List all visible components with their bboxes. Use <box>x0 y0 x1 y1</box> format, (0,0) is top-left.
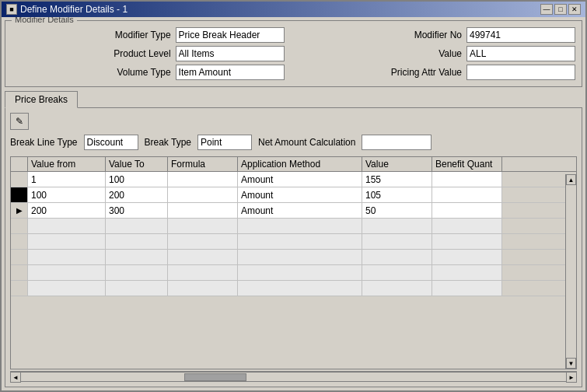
table-row[interactable]: ▶ 200 300 Amount 50 <box>11 203 576 219</box>
col-header-app-method: Application Method <box>238 157 362 171</box>
cell-value-from[interactable]: 200 <box>28 203 106 218</box>
cell-benefit-quant[interactable] <box>432 203 502 218</box>
pricing-attr-input[interactable] <box>466 65 575 80</box>
row-selector <box>11 219 28 233</box>
cell-app-method[interactable]: Amount <box>238 187 362 202</box>
h-scroll-thumb[interactable] <box>184 373 246 381</box>
window-title: Define Modifier Details - 1 <box>20 4 128 15</box>
cell-formula[interactable] <box>168 219 238 233</box>
scroll-left-button[interactable]: ◄ <box>10 372 21 383</box>
cell-value-from[interactable] <box>28 281 106 296</box>
tab-bar: Price Breaks <box>5 90 582 108</box>
cell-value-to[interactable] <box>106 234 168 249</box>
pricing-attr-label: Pricing Attr Value <box>289 67 462 78</box>
row-selector <box>11 281 28 296</box>
cell-benefit-quant[interactable] <box>432 234 502 249</box>
cell-value-to[interactable]: 300 <box>106 203 168 218</box>
cell-value[interactable] <box>362 265 432 280</box>
cell-value-to[interactable] <box>106 219 168 233</box>
cell-formula[interactable] <box>168 187 238 202</box>
cell-benefit-quant[interactable] <box>432 281 502 296</box>
cell-value-to[interactable] <box>106 281 168 296</box>
row-selector <box>11 250 28 264</box>
cell-value-from[interactable] <box>28 219 106 233</box>
cell-app-method[interactable] <box>238 281 362 296</box>
cell-value-from[interactable] <box>28 265 106 280</box>
cell-value[interactable]: 105 <box>362 187 432 202</box>
cell-value[interactable] <box>362 281 432 296</box>
minimize-button[interactable]: — <box>540 4 553 15</box>
col-header-value-to: Value To <box>106 157 168 171</box>
volume-type-input[interactable] <box>176 65 285 80</box>
cell-benefit-quant[interactable] <box>432 265 502 280</box>
vertical-scrollbar[interactable]: ▲ ▼ <box>565 174 576 369</box>
modifier-no-input[interactable] <box>466 27 575 43</box>
tab-price-breaks[interactable]: Price Breaks <box>5 91 78 108</box>
cell-benefit-quant[interactable] <box>432 219 502 233</box>
main-window: ■ Define Modifier Details - 1 — □ ✕ Modi… <box>0 0 587 392</box>
table-row[interactable] <box>11 281 576 296</box>
volume-type-label: Volume Type <box>12 67 171 78</box>
value-label: Value <box>289 48 462 59</box>
break-line-type-label: Break Line Type <box>10 137 78 148</box>
cell-benefit-quant[interactable] <box>432 172 502 187</box>
product-level-input[interactable] <box>176 46 285 61</box>
cell-value[interactable]: 155 <box>362 172 432 187</box>
row-selector <box>11 172 28 187</box>
table-body: 1 100 Amount 155 100 200 Amount 105 ▶ 20… <box>11 172 576 369</box>
cell-value[interactable]: 50 <box>362 203 432 218</box>
cell-app-method[interactable] <box>238 219 362 233</box>
table-row[interactable]: 100 200 Amount 105 <box>11 187 576 203</box>
scroll-up-button[interactable]: ▲ <box>566 174 576 185</box>
table-row[interactable] <box>11 265 576 281</box>
title-bar-left: ■ Define Modifier Details - 1 <box>6 4 128 15</box>
cell-benefit-quant[interactable] <box>432 187 502 202</box>
row-selector: ▶ <box>11 203 28 218</box>
modifier-type-label: Modifier Type <box>12 30 171 40</box>
window-icon: ■ <box>6 4 17 15</box>
cell-app-method[interactable]: Amount <box>238 172 362 187</box>
cell-value[interactable] <box>362 250 432 264</box>
cell-formula[interactable] <box>168 234 238 249</box>
cell-benefit-quant[interactable] <box>432 250 502 264</box>
table-row[interactable] <box>11 250 576 265</box>
cell-formula[interactable] <box>168 250 238 264</box>
table-row[interactable]: 1 100 Amount 155 <box>11 172 576 187</box>
cell-value-to[interactable]: 200 <box>106 187 168 202</box>
edit-button[interactable]: ✎ <box>10 113 29 130</box>
cell-formula[interactable] <box>168 172 238 187</box>
cell-app-method[interactable]: Amount <box>238 203 362 218</box>
cell-formula[interactable] <box>168 203 238 218</box>
cell-value-from[interactable] <box>28 250 106 264</box>
net-amount-input[interactable] <box>362 135 432 150</box>
cell-value-to[interactable]: 100 <box>106 172 168 187</box>
close-button[interactable]: ✕ <box>568 4 581 15</box>
value-input[interactable] <box>466 46 575 61</box>
col-header-value: Value <box>362 157 432 171</box>
scroll-right-button[interactable]: ► <box>566 372 577 383</box>
tab-content: ✎ Break Line Type Break Type Net Amount … <box>5 108 582 387</box>
product-level-label: Product Level <box>12 48 171 59</box>
table-row[interactable] <box>11 234 576 250</box>
cell-formula[interactable] <box>168 281 238 296</box>
h-scroll-track <box>21 372 566 382</box>
cell-app-method[interactable] <box>238 265 362 280</box>
cell-value[interactable] <box>362 234 432 249</box>
horizontal-scrollbar[interactable]: ◄ ► <box>10 371 577 382</box>
modifier-type-input[interactable] <box>176 27 285 43</box>
break-type-input[interactable] <box>197 135 252 150</box>
cell-formula[interactable] <box>168 265 238 280</box>
cell-value-from[interactable]: 1 <box>28 172 106 187</box>
scroll-down-button[interactable]: ▼ <box>566 358 576 369</box>
cell-value-to[interactable] <box>106 250 168 264</box>
cell-value-from[interactable]: 100 <box>28 187 106 202</box>
cell-value[interactable] <box>362 219 432 233</box>
table-row[interactable] <box>11 219 576 234</box>
maximize-button[interactable]: □ <box>554 4 567 15</box>
cell-value-to[interactable] <box>106 265 168 280</box>
cell-app-method[interactable] <box>238 250 362 264</box>
cell-value-from[interactable] <box>28 234 106 249</box>
table-header: Value from Value To Formula Application … <box>11 157 576 172</box>
cell-app-method[interactable] <box>238 234 362 249</box>
break-line-type-input[interactable] <box>84 135 138 150</box>
